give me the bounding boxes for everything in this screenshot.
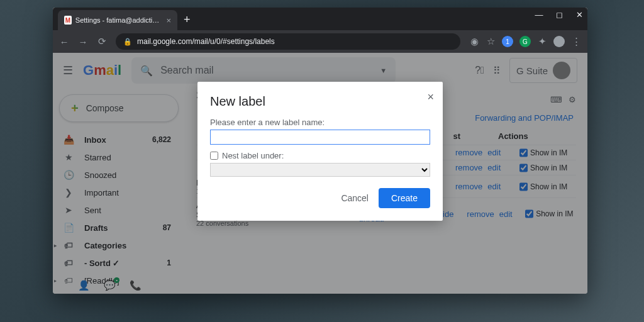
lock-icon: 🔒: [123, 38, 132, 46]
new-label-dialog: × New label Please enter a new label nam…: [197, 82, 443, 221]
forward-icon[interactable]: →: [78, 36, 88, 47]
star-icon[interactable]: ☆: [486, 36, 496, 47]
label-name-input[interactable]: [210, 130, 430, 145]
back-icon[interactable]: ←: [59, 36, 69, 47]
create-button[interactable]: Create: [379, 188, 430, 208]
dialog-prompt: Please enter a new label name:: [210, 118, 430, 127]
dialog-close-icon[interactable]: ×: [427, 91, 434, 104]
dialog-title: New label: [210, 94, 430, 109]
cancel-button[interactable]: Cancel: [341, 193, 369, 203]
close-icon[interactable]: ✕: [575, 10, 584, 19]
eye-icon[interactable]: ◉: [469, 36, 479, 47]
reload-icon[interactable]: ⟳: [97, 36, 107, 47]
new-tab-button[interactable]: +: [177, 13, 197, 30]
address-bar[interactable]: 🔒 mail.google.com/mail/u/0/#settings/lab…: [116, 33, 460, 50]
nest-parent-select[interactable]: [210, 163, 430, 177]
extension-icon[interactable]: G: [519, 36, 531, 47]
nest-checkbox[interactable]: [210, 152, 218, 160]
tab-title: Settings - fatima@addictivetips.c: [75, 16, 160, 24]
menu-icon[interactable]: ⋮: [571, 36, 581, 47]
nest-checkbox-row[interactable]: Nest label under:: [210, 151, 430, 160]
url-text: mail.google.com/mail/u/0/#settings/label…: [137, 37, 275, 46]
extensions-icon[interactable]: ✦: [537, 36, 547, 47]
browser-tab[interactable]: M Settings - fatima@addictivetips.c ×: [58, 10, 177, 30]
tab-close-icon[interactable]: ×: [166, 16, 171, 25]
extension-icon[interactable]: 1: [502, 36, 513, 47]
profile-icon[interactable]: [553, 36, 565, 47]
minimize-icon[interactable]: ―: [535, 10, 543, 19]
maximize-icon[interactable]: ◻: [555, 10, 564, 19]
tab-favicon: M: [64, 16, 72, 25]
